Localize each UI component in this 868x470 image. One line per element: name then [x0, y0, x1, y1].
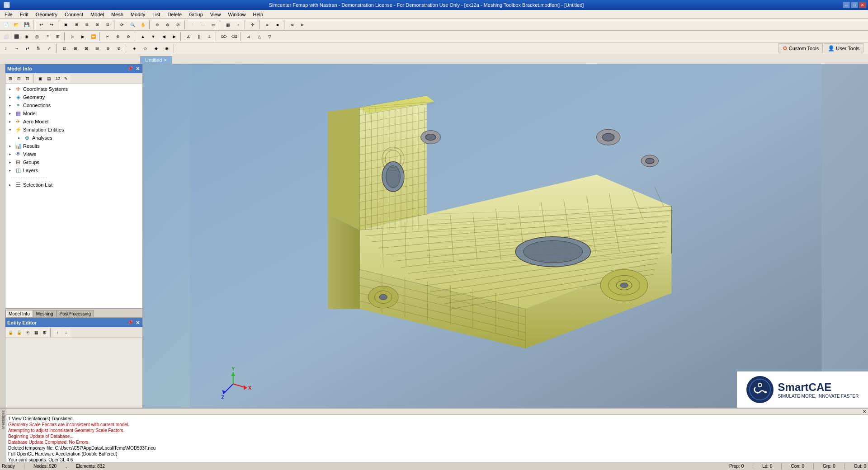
- tb2-11[interactable]: ⊕: [113, 32, 123, 42]
- load-btn[interactable]: ⊳: [297, 20, 307, 30]
- tree-item-sim[interactable]: ▾ ⚡ Simulation Entities: [5, 126, 142, 134]
- tb3-14[interactable]: ◆: [151, 43, 161, 53]
- maximize-button[interactable]: □: [851, 2, 858, 8]
- messages-close-button[interactable]: ✕: [863, 409, 866, 414]
- panel-close-button[interactable]: ✕: [135, 66, 141, 72]
- lines-btn[interactable]: —: [198, 20, 208, 30]
- undo-btn[interactable]: ↩: [36, 20, 46, 30]
- tree-item-groups[interactable]: ▸ ⊟ Groups: [5, 158, 142, 166]
- tb3-15[interactable]: ◉: [162, 43, 172, 53]
- tb2-14[interactable]: ▼: [148, 32, 158, 42]
- tb3-9[interactable]: ⊟: [92, 43, 102, 53]
- select-btn[interactable]: ⊗: [163, 20, 173, 30]
- viewport-tab-close[interactable]: ✕: [164, 58, 167, 62]
- tb2-6[interactable]: ⊞: [53, 32, 63, 42]
- tree-item-model[interactable]: ▸ ▦ Model: [5, 109, 142, 118]
- tb2-15[interactable]: ◀: [159, 32, 169, 42]
- mi-tb2[interactable]: ⊟: [15, 75, 23, 83]
- new-btn[interactable]: 📄: [1, 20, 11, 30]
- mi-tb1[interactable]: ⊞: [6, 75, 14, 83]
- tree-item-selection[interactable]: ▸ ☰ Selection List: [5, 181, 142, 189]
- viewport-canvas[interactable]: Z Y X: [143, 64, 868, 408]
- tree-item-aero[interactable]: ▸ ✈ Aero Model: [5, 118, 142, 126]
- ee-lock-btn[interactable]: 🔒: [6, 329, 14, 337]
- custom-tools-button[interactable]: ⚙ Custom Tools: [778, 43, 823, 53]
- menu-list[interactable]: List: [149, 11, 164, 18]
- tb2-8[interactable]: ▶: [78, 32, 88, 42]
- conn-expand[interactable]: ▸: [9, 103, 14, 108]
- tb2-12[interactable]: ⊖: [123, 32, 133, 42]
- tb3-12[interactable]: ◈: [129, 43, 139, 53]
- tab-model-info[interactable]: Model Info: [5, 310, 33, 317]
- ee-grid-btn[interactable]: ▦: [32, 329, 40, 337]
- tb2-23[interactable]: △: [254, 32, 264, 42]
- ee-unlock-btn[interactable]: 🔓: [15, 329, 23, 337]
- ee-down-btn[interactable]: ↓: [62, 329, 70, 337]
- tb2-9[interactable]: ⏩: [88, 32, 98, 42]
- groups-expand[interactable]: ▸: [9, 160, 14, 164]
- tb2-4[interactable]: ◎: [32, 32, 42, 42]
- tb2-24[interactable]: ▽: [264, 32, 274, 42]
- tb3-5[interactable]: ⤢: [44, 43, 54, 53]
- zoom-btn[interactable]: 🔍: [127, 20, 137, 30]
- view3[interactable]: ⊟: [82, 20, 92, 30]
- window-controls[interactable]: ─ □ ✕: [843, 2, 866, 8]
- tb2-1[interactable]: ⬜: [1, 32, 11, 42]
- view4[interactable]: ⊠: [92, 20, 102, 30]
- tb3-10[interactable]: ⊗: [103, 43, 113, 53]
- tb2-21[interactable]: ⌫: [229, 32, 239, 42]
- entity-editor-pin[interactable]: 📌: [127, 320, 134, 326]
- sim-expand[interactable]: ▾: [9, 127, 14, 132]
- tb2-18[interactable]: ∥: [194, 32, 204, 42]
- cs-btn[interactable]: ✛: [248, 20, 258, 30]
- open-btn[interactable]: 📂: [11, 20, 21, 30]
- menu-geometry[interactable]: Geometry: [32, 11, 61, 18]
- coord-expand[interactable]: ▸: [9, 87, 14, 91]
- bc-btn[interactable]: ⊲: [287, 20, 297, 30]
- desel-btn[interactable]: ⊘: [173, 20, 183, 30]
- tb3-2[interactable]: ↔: [12, 43, 22, 53]
- close-button[interactable]: ✕: [859, 2, 866, 8]
- prop-btn[interactable]: ≡: [262, 20, 272, 30]
- analyses-expand[interactable]: ▸: [18, 136, 24, 140]
- menu-delete[interactable]: Delete: [164, 11, 185, 18]
- ee-group-btn[interactable]: ⊞: [41, 329, 49, 337]
- redo-btn[interactable]: ↪: [47, 20, 57, 30]
- pan-btn[interactable]: ✋: [138, 20, 148, 30]
- tb3-13[interactable]: ◇: [140, 43, 150, 53]
- fit-btn[interactable]: ⊕: [152, 20, 162, 30]
- view5[interactable]: ⊡: [103, 20, 113, 30]
- menu-help[interactable]: Help: [250, 11, 267, 18]
- menu-view[interactable]: View: [207, 11, 225, 18]
- tb2-10[interactable]: ✂: [103, 32, 113, 42]
- tb3-7[interactable]: ⊞: [71, 43, 80, 53]
- aero-expand[interactable]: ▸: [9, 119, 14, 124]
- view1[interactable]: ▣: [61, 20, 71, 30]
- panel-pin-button[interactable]: 📌: [127, 66, 134, 72]
- model-expand[interactable]: ▸: [9, 111, 14, 116]
- surf-btn[interactable]: ▭: [208, 20, 218, 30]
- points-btn[interactable]: ·: [188, 20, 198, 30]
- tb3-3[interactable]: ⇄: [23, 43, 33, 53]
- minimize-button[interactable]: ─: [843, 2, 850, 8]
- view2[interactable]: ⊞: [71, 20, 81, 30]
- tb3-6[interactable]: ⊡: [60, 43, 70, 53]
- tb2-13[interactable]: ▲: [138, 32, 148, 42]
- tree-item-results[interactable]: ▸ 📊 Results: [5, 142, 142, 150]
- tb2-16[interactable]: ▶: [169, 32, 179, 42]
- tb3-4[interactable]: ⇅: [33, 43, 43, 53]
- menu-file[interactable]: File: [1, 11, 16, 18]
- tb3-1[interactable]: ↕: [1, 43, 11, 53]
- mi-tb7[interactable]: ✎: [62, 75, 70, 83]
- views-expand[interactable]: ▸: [9, 152, 14, 156]
- user-tools-button[interactable]: 👤 User Tools: [824, 43, 863, 53]
- tb2-7[interactable]: ▷: [67, 32, 77, 42]
- menu-edit[interactable]: Edit: [16, 11, 32, 18]
- tb2-3[interactable]: ◉: [22, 32, 32, 42]
- tb2-2[interactable]: ⬛: [11, 32, 21, 42]
- mi-tb5[interactable]: ▤: [45, 75, 53, 83]
- ee-copy-btn[interactable]: ⎘: [24, 329, 32, 337]
- node-btn[interactable]: ◦: [233, 20, 243, 30]
- menu-mesh[interactable]: Mesh: [108, 11, 127, 18]
- rotate-btn[interactable]: ⟳: [117, 20, 127, 30]
